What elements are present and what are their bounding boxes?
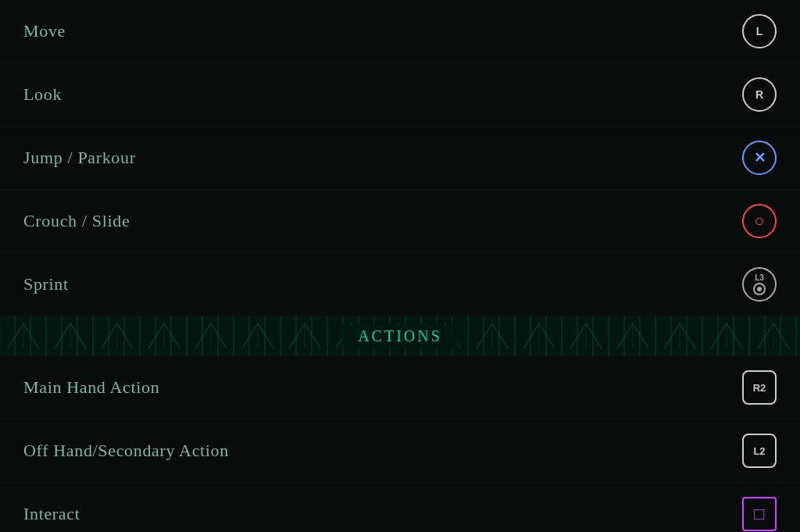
- button-circle: ○: [742, 204, 777, 238]
- l3-button-icon: L3: [742, 267, 777, 302]
- keybind-main-hand[interactable]: Main Hand Action R2: [0, 356, 800, 420]
- keybind-jump-label: Jump / Parkour: [23, 148, 136, 168]
- keybind-main-hand-label: Main Hand Action: [23, 377, 159, 398]
- section-divider: Actions: [0, 316, 800, 356]
- keybind-crouch-slide[interactable]: Crouch / Slide ○: [0, 190, 800, 253]
- button-r2: R2: [742, 370, 777, 405]
- keybind-interact[interactable]: Interact □: [0, 483, 800, 532]
- keybind-list: Move L Look R Jump / Parkour ✕: [0, 0, 800, 316]
- keybind-crouch-label: Crouch / Slide: [23, 211, 130, 231]
- keybind-sprint[interactable]: Sprint L3: [0, 253, 800, 316]
- button-l3: L3: [742, 267, 777, 302]
- keybind-sprint-label: Sprint: [23, 274, 69, 295]
- main-container: Move L Look R Jump / Parkour ✕: [0, 0, 800, 532]
- button-square: □: [742, 497, 777, 531]
- l2-button-icon: L2: [742, 434, 777, 468]
- button-r: R: [742, 77, 777, 112]
- keybind-interact-label: Interact: [23, 504, 80, 524]
- button-l2: L2: [742, 434, 777, 468]
- l-button-icon: L: [742, 14, 777, 48]
- keybind-move-label: Move: [23, 21, 66, 41]
- button-x: ✕: [742, 141, 777, 175]
- keybind-jump-parkour[interactable]: Jump / Parkour ✕: [0, 127, 800, 190]
- keybind-move[interactable]: Move L: [0, 0, 800, 63]
- r-button-icon: R: [742, 77, 777, 112]
- x-button-icon: ✕: [742, 141, 777, 175]
- section-title: Actions: [342, 324, 458, 348]
- circle-button-icon: ○: [742, 204, 777, 238]
- button-l: L: [742, 14, 777, 48]
- keybind-look-label: Look: [23, 84, 62, 105]
- square-button-icon: □: [742, 497, 777, 531]
- actions-list: Main Hand Action R2 Off Hand/Secondary A…: [0, 356, 800, 532]
- keybind-look[interactable]: Look R: [0, 63, 800, 127]
- keybind-off-hand-label: Off Hand/Secondary Action: [23, 441, 229, 461]
- keybind-off-hand[interactable]: Off Hand/Secondary Action L2: [0, 420, 800, 483]
- r2-button-icon: R2: [742, 370, 777, 405]
